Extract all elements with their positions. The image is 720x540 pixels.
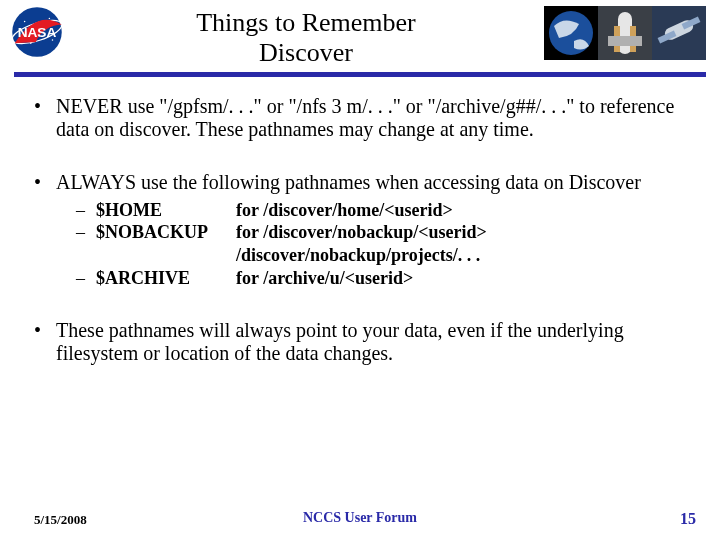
bullet-always: ALWAYS use the following pathnames when … [30, 171, 690, 289]
path-nobackup: $NOBACKUP for /discover/nobackup/<userid… [76, 222, 690, 243]
slide-header: NASA Things to Remember Discover [0, 0, 720, 68]
svg-point-5 [30, 42, 31, 43]
svg-rect-11 [618, 12, 632, 54]
bullet-always-text: ALWAYS use the following pathnames when … [56, 171, 641, 193]
footer-date: 5/15/2008 [34, 512, 87, 528]
var-archive: $ARCHIVE [96, 268, 236, 289]
path-nobackup-projects: X /discover/nobackup/projects/. . . [76, 245, 690, 266]
hubble-image-icon [652, 6, 706, 60]
title-line-1: Things to Remember [68, 8, 544, 38]
slide-footer: 5/15/2008 NCCS User Forum 15 [0, 510, 720, 528]
path-home: $HOME for /discover/home/<userid> [76, 200, 690, 221]
var-nobackup: $NOBACKUP [96, 222, 236, 243]
footer-center: NCCS User Forum [303, 510, 417, 526]
bullet-pointer: These pathnames will always point to you… [30, 319, 690, 365]
earth-image-icon [544, 6, 598, 60]
svg-rect-14 [608, 36, 642, 46]
shuttle-image-icon [598, 6, 652, 60]
path-list: $HOME for /discover/home/<userid> $NOBAC… [76, 200, 690, 289]
bullet-list: NEVER use "/gpfsm/. . ." or "/nfs 3 m/. … [30, 95, 690, 365]
path-archive: $ARCHIVE for /archive/u/<userid> [76, 268, 690, 289]
svg-point-4 [49, 18, 50, 19]
bullet-never-text: NEVER use "/gpfsm/. . ." or "/nfs 3 m/. … [56, 95, 674, 140]
slide-title: Things to Remember Discover [68, 6, 544, 68]
title-line-2: Discover [68, 38, 544, 68]
header-images [544, 6, 706, 60]
var-home: $HOME [96, 200, 236, 221]
svg-point-7 [19, 33, 20, 34]
path-nobackup-text: for /discover/nobackup/<userid> [236, 222, 487, 243]
slide-body: NEVER use "/gpfsm/. . ." or "/nfs 3 m/. … [0, 77, 720, 365]
bullet-pointer-text: These pathnames will always point to you… [56, 319, 624, 364]
svg-text:NASA: NASA [18, 25, 57, 40]
bullet-never: NEVER use "/gpfsm/. . ." or "/nfs 3 m/. … [30, 95, 690, 141]
path-nobackup-projects-text: /discover/nobackup/projects/. . . [236, 245, 480, 266]
nasa-logo: NASA [6, 6, 68, 58]
path-archive-text: for /archive/u/<userid> [236, 268, 413, 289]
svg-point-6 [52, 39, 53, 40]
footer-page-number: 15 [680, 510, 696, 528]
svg-point-3 [24, 21, 25, 22]
path-home-text: for /discover/home/<userid> [236, 200, 453, 221]
